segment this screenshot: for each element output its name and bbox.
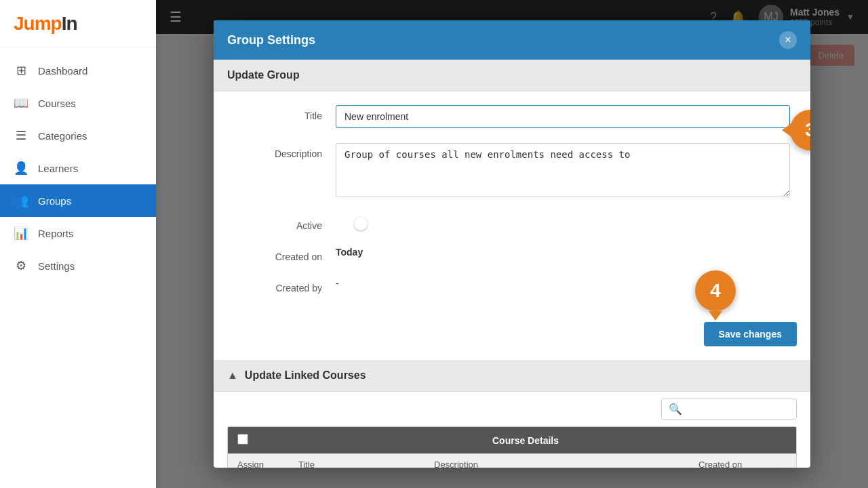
update-linked-title: Update Linked Courses: [245, 369, 366, 382]
active-row: Active: [234, 215, 790, 231]
title-row: Title: [234, 105, 790, 128]
sidebar-item-label: Courses: [38, 98, 76, 109]
main-content: ☰ ? 🔔 MJ Matt Jones 1955 points ▼ + Grou…: [156, 0, 868, 488]
created-by-label: Created by: [234, 277, 322, 293]
created-on-label: Created on: [234, 246, 322, 262]
course-details-header: Course Details: [264, 435, 787, 446]
save-row: 4 Save changes: [214, 315, 810, 360]
created-on-value-wrap: Today: [336, 246, 790, 258]
dashboard-icon: ⊞: [14, 63, 28, 78]
select-all-wrap: [237, 434, 258, 447]
title-control: [336, 105, 790, 128]
sidebar-item-label: Groups: [38, 195, 71, 207]
created-on-row: Created on Today: [234, 246, 790, 262]
created-by-value: -: [336, 272, 339, 289]
courses-icon: 📖: [14, 96, 28, 110]
course-table: Course Details Assign Title Description …: [227, 426, 797, 468]
update-group-section: Update Group: [214, 60, 810, 92]
step3-arrow: [782, 123, 791, 137]
created-on-value: Today: [336, 241, 363, 258]
assign-column-header: Assign: [237, 460, 292, 468]
description-column-header: Description: [434, 460, 692, 468]
modal-body: Update Group Title Description G: [214, 60, 810, 468]
learners-icon: 👤: [14, 161, 28, 176]
description-textarea[interactable]: Group of courses all new enrolments need…: [336, 143, 790, 197]
logo-text: JumpIn: [14, 13, 77, 35]
sidebar-item-dashboard[interactable]: ⊞ Dashboard: [0, 54, 156, 87]
title-input[interactable]: [336, 105, 790, 128]
sidebar-item-learners[interactable]: 👤 Learners: [0, 152, 156, 184]
step4-circle: 4: [695, 270, 736, 311]
description-control: Group of courses all new enrolments need…: [336, 143, 790, 200]
modal-title: Group Settings: [227, 33, 315, 47]
save-changes-button[interactable]: Save changes: [704, 322, 797, 346]
active-label: Active: [234, 215, 322, 231]
step4-badge-container: 4: [695, 270, 736, 321]
search-row: 🔍: [227, 399, 797, 420]
title-label: Title: [234, 105, 322, 121]
step3-badge: 3: [790, 110, 810, 150]
table-sub-header: Assign Title Description Created on: [228, 453, 796, 468]
sidebar: JumpIn ⊞ Dashboard 📖 Courses ☰ Categorie…: [0, 0, 156, 488]
search-input-wrap: 🔍: [661, 399, 797, 420]
search-input[interactable]: [686, 404, 789, 414]
sidebar-item-label: Learners: [38, 163, 78, 174]
sidebar-item-categories[interactable]: ☰ Categories: [0, 119, 156, 152]
sidebar-item-label: Categories: [38, 130, 87, 142]
groups-icon: 👥: [14, 193, 28, 208]
created-on-column-header: Created on: [698, 460, 787, 468]
course-table-wrap: 🔍 Course Details Assign: [214, 392, 810, 468]
collapse-icon[interactable]: ▲: [227, 369, 238, 382]
search-icon: 🔍: [669, 403, 682, 415]
categories-icon: ☰: [14, 128, 28, 143]
sidebar-item-courses[interactable]: 📖 Courses: [0, 87, 156, 119]
close-button[interactable]: ×: [779, 31, 797, 49]
sidebar-item-label: Reports: [38, 228, 74, 239]
description-label: Description: [234, 143, 322, 159]
select-all-checkbox[interactable]: [237, 434, 248, 445]
description-row: Description Group of courses all new enr…: [234, 143, 790, 200]
title-column-header: Title: [298, 460, 427, 468]
settings-icon: ⚙: [14, 258, 28, 273]
sidebar-nav: ⊞ Dashboard 📖 Courses ☰ Categories 👤 Lea…: [0, 47, 156, 488]
sidebar-item-groups[interactable]: 👥 Groups: [0, 184, 156, 217]
sidebar-item-label: Settings: [38, 260, 75, 272]
update-linked-section: ▲ Update Linked Courses: [214, 360, 810, 392]
update-group-title: Update Group: [227, 69, 300, 81]
modal-header: Group Settings ×: [214, 20, 810, 60]
table-header: Course Details: [228, 427, 796, 453]
modal-overlay: 3 Group Settings × Update Group Title: [156, 0, 868, 488]
toggle-thumb: [354, 217, 368, 230]
step4-arrow: [709, 311, 722, 321]
group-settings-modal: 3 Group Settings × Update Group Title: [214, 20, 810, 468]
step3-circle: 3: [790, 110, 810, 150]
sidebar-item-reports[interactable]: 📊 Reports: [0, 217, 156, 249]
logo: JumpIn: [0, 0, 156, 47]
sidebar-item-settings[interactable]: ⚙ Settings: [0, 249, 156, 282]
sidebar-item-label: Dashboard: [38, 65, 87, 77]
reports-icon: 📊: [14, 226, 28, 241]
